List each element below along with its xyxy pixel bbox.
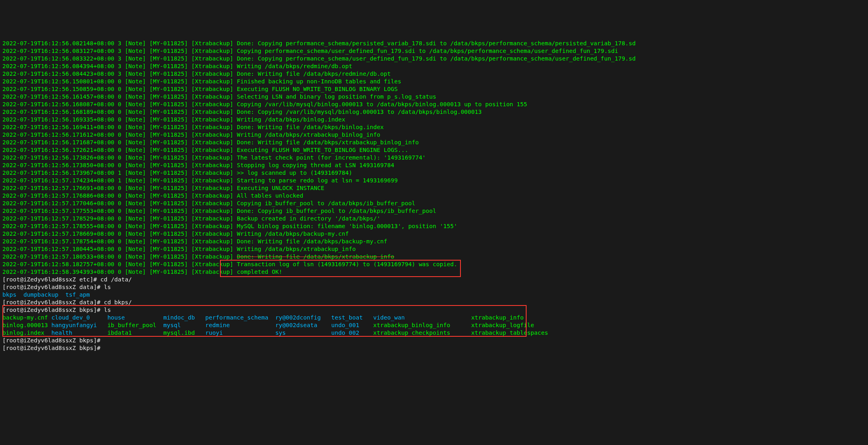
ls-output-data: bkps dumpbackup tsf_apm [2, 291, 866, 299]
log-code: [MY-011825] [149, 40, 192, 47]
shell-prompt-idle-1[interactable]: [root@iZedyv6lad8ssxZ bkps]# [2, 337, 866, 344]
log-message: Done: Writing file /data/bkps/xtrabackup… [237, 253, 394, 260]
log-thread: 3 [118, 48, 125, 54]
log-line: 2022-07-19T16:12:56.169411+08:00 0 [Note… [2, 123, 866, 131]
file-entry: xtrabackup_logfile [471, 322, 548, 329]
prompt-prefix: [root@iZedyv6lad8ssxZ data]# [2, 284, 104, 290]
prompt-command[interactable]: ls [104, 284, 111, 290]
log-line: 2022-07-19T16:12:57.178529+08:00 0 [Note… [2, 215, 866, 222]
log-message: Writing /data/bkps/redmine/db.opt [237, 63, 352, 69]
log-component: [Xtrabackup] [191, 223, 237, 229]
log-timestamp: 2022-07-19T16:12:57.174234+08:00 [2, 177, 118, 184]
shell-prompt-ls-bkps[interactable]: [root@iZedyv6lad8ssxZ bkps]# ls [2, 306, 866, 314]
shell-prompt-idle-2[interactable]: [root@iZedyv6lad8ssxZ bkps]# [2, 344, 866, 352]
log-message: Executing UNLOCK INSTANCE [237, 185, 324, 191]
log-message: The latest check point (for incremental)… [237, 154, 426, 161]
log-thread: 0 [118, 200, 125, 206]
prompt-command[interactable]: ls [104, 307, 111, 313]
shell-prompt-cd-bkps[interactable]: [root@iZedyv6lad8ssxZ data]# cd bkps/ [2, 299, 866, 306]
log-timestamp: 2022-07-19T16:12:58.394393+08:00 [2, 269, 118, 275]
log-message: Writing /data/bkps/backup-my.cnf [237, 231, 349, 237]
log-message: Finished backing up non-InnoDB tables an… [237, 78, 401, 85]
log-timestamp: 2022-07-19T16:12:56.171687+08:00 [2, 139, 118, 146]
log-message: Done: Copying ib_buffer_pool to /data/bk… [237, 208, 436, 214]
log-level: [Note] [125, 93, 149, 100]
log-timestamp: 2022-07-19T16:12:56.083127+08:00 [2, 48, 118, 54]
log-thread: 0 [118, 269, 125, 275]
log-thread: 1 [118, 170, 125, 176]
log-message: Done: Writing file /data/bkps/xtrabackup… [237, 139, 419, 146]
log-line: 2022-07-19T16:12:57.177046+08:00 0 [Note… [2, 200, 866, 207]
log-thread: 0 [118, 192, 125, 199]
log-timestamp: 2022-07-19T16:12:57.178555+08:00 [2, 223, 118, 229]
prompt-prefix: [root@iZedyv6lad8ssxZ etc]# [2, 276, 100, 283]
log-timestamp: 2022-07-19T16:12:56.150859+08:00 [2, 86, 118, 92]
log-level: [Note] [125, 162, 149, 168]
log-code: [MY-011825] [149, 63, 192, 69]
log-component: [Xtrabackup] [191, 48, 237, 54]
log-thread: 0 [118, 185, 125, 191]
log-message: Copying ib_buffer_pool to /data/bkps/ib_… [237, 200, 415, 206]
log-component: [Xtrabackup] [191, 131, 237, 138]
prompt-prefix: [root@iZedyv6lad8ssxZ data]# [2, 299, 104, 305]
dir-entry: ruoyi [205, 329, 275, 337]
log-component: [Xtrabackup] [191, 269, 237, 275]
log-message: Done: Copying performance_schema/user_de… [237, 55, 636, 62]
log-thread: 0 [118, 131, 125, 138]
log-timestamp: 2022-07-19T16:12:57.180445+08:00 [2, 246, 118, 252]
file-entry [457, 329, 471, 337]
log-line: 2022-07-19T16:12:56.161457+08:00 0 [Note… [2, 93, 866, 101]
log-code: [MY-011825] [149, 192, 192, 199]
ls-output-bkps: backup-my.cnfcloud_dev_0housemindoc_dbpe… [2, 314, 866, 337]
log-message: Transaction log of lsn (1493169774) to (… [237, 261, 457, 267]
log-component: [Xtrabackup] [191, 261, 237, 267]
log-level: [Note] [125, 48, 149, 54]
log-thread: 0 [118, 223, 125, 229]
log-thread: 0 [118, 93, 125, 100]
file-entry: ib_buffer_pool [107, 322, 164, 329]
log-line: 2022-07-19T16:12:56.171612+08:00 0 [Note… [2, 131, 866, 139]
log-component: [Xtrabackup] [191, 78, 237, 85]
log-level: [Note] [125, 238, 149, 245]
log-component: [Xtrabackup] [191, 63, 237, 69]
file-entry: xtrabackup_tablespaces [471, 329, 548, 337]
dir-entry: test_boat [331, 314, 373, 322]
log-message: Done: Writing file /data/bkps/redmine/db… [237, 71, 391, 77]
log-message: Done: Copying /var/lib/mysql/binlog.0000… [237, 109, 482, 115]
log-component: [Xtrabackup] [191, 139, 237, 146]
log-thread: 3 [118, 71, 125, 77]
terminal[interactable]: 2022-07-19T16:12:56.082148+08:00 3 [Note… [0, 38, 868, 354]
dir-entry: mindoc_db [164, 314, 206, 322]
log-level: [Note] [125, 63, 149, 69]
log-code: [MY-011825] [149, 139, 192, 146]
log-level: [Note] [125, 192, 149, 199]
log-component: [Xtrabackup] [191, 231, 237, 237]
prompt-command[interactable]: cd bkps/ [104, 299, 132, 305]
log-line: 2022-07-19T16:12:57.174234+08:00 1 [Note… [2, 177, 866, 184]
log-timestamp: 2022-07-19T16:12:56.171612+08:00 [2, 131, 118, 138]
file-entry: binlog.000013 [2, 322, 51, 329]
log-level: [Note] [125, 109, 149, 115]
log-code: [MY-011825] [149, 93, 192, 100]
log-message: Copying performance_schema/user_defined_… [237, 48, 618, 54]
shell-prompt-cd-data[interactable]: [root@iZedyv6lad8ssxZ etc]# cd /data/ [2, 276, 866, 283]
log-component: [Xtrabackup] [191, 238, 237, 245]
log-thread: 0 [118, 86, 125, 92]
log-level: [Note] [125, 253, 149, 260]
log-timestamp: 2022-07-19T16:12:56.173826+08:00 [2, 154, 118, 161]
log-level: [Note] [125, 131, 149, 138]
prompt-command[interactable]: cd /data/ [100, 276, 132, 283]
log-code: [MY-011825] [149, 116, 192, 123]
log-component: [Xtrabackup] [191, 215, 237, 222]
log-level: [Note] [125, 231, 149, 237]
log-level: [Note] [125, 86, 149, 92]
file-entry: xtrabackup_info [471, 314, 548, 322]
file-entry [457, 322, 471, 329]
log-code: [MY-011825] [149, 124, 192, 130]
log-timestamp: 2022-07-19T16:12:56.168087+08:00 [2, 101, 118, 107]
shell-prompt-ls-data[interactable]: [root@iZedyv6lad8ssxZ data]# ls [2, 283, 866, 291]
prompt-prefix: [root@iZedyv6lad8ssxZ bkps]# [2, 307, 104, 313]
log-code: [MY-011825] [149, 215, 192, 222]
log-code: [MY-011825] [149, 208, 192, 214]
log-thread: 0 [118, 238, 125, 245]
